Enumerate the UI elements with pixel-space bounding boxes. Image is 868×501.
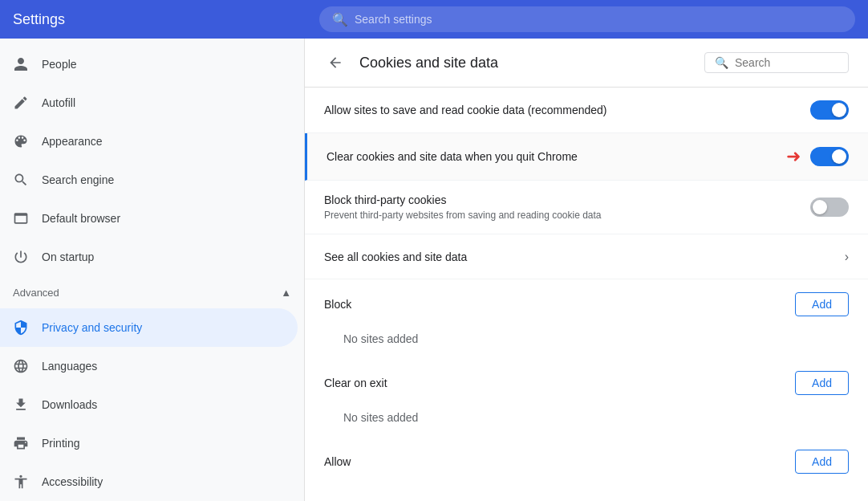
block-add-button[interactable]: Add <box>795 292 849 316</box>
allow-cookies-row: Allow sites to save and read cookie data… <box>305 88 868 133</box>
clear-cookies-wrapper: Clear cookies and site data when you qui… <box>305 133 868 181</box>
clear-on-exit-add-button[interactable]: Add <box>795 371 849 395</box>
block-third-party-toggle[interactable] <box>810 198 849 217</box>
content-header: Cookies and site data 🔍 <box>305 39 868 88</box>
sidebar-label-autofill: Autofill <box>42 96 75 109</box>
block-label: Block <box>324 298 351 311</box>
block-third-party-sublabel: Prevent third-party websites from saving… <box>324 210 602 221</box>
sidebar-label-downloads: Downloads <box>42 398 97 411</box>
content-area: Cookies and site data 🔍 Allow sites to s… <box>305 39 868 501</box>
back-button[interactable] <box>324 51 347 74</box>
content-header-left: Cookies and site data <box>324 51 498 74</box>
global-search-icon: 🔍 <box>332 12 348 27</box>
block-third-party-label: Block third-party cookies <box>324 193 602 206</box>
clear-cookies-row: Clear cookies and site data when you qui… <box>305 133 868 181</box>
person-icon <box>13 56 29 72</box>
sidebar-label-default-browser: Default browser <box>42 212 120 225</box>
sidebar-item-default-browser[interactable]: Default browser <box>0 199 298 238</box>
search-engine-icon <box>13 172 29 188</box>
sidebar-label-appearance: Appearance <box>42 135 103 148</box>
page-title: Cookies and site data <box>359 55 498 71</box>
block-section-header: Block Add <box>305 279 868 323</box>
clear-on-exit-no-sites: No sites added <box>305 401 868 437</box>
block-third-party-row: Block third-party cookies Prevent third-… <box>305 181 868 234</box>
see-all-cookies-label: See all cookies and site data <box>324 250 467 263</box>
allow-section-header: Allow Add <box>305 437 868 480</box>
sidebar-item-people[interactable]: People <box>0 45 298 84</box>
advanced-section-header[interactable]: Advanced ▲ <box>0 276 304 308</box>
accessibility-icon <box>13 474 29 490</box>
sidebar-label-accessibility: Accessibility <box>42 475 103 488</box>
clear-cookies-right: ➜ <box>786 146 849 167</box>
sidebar-item-languages[interactable]: Languages <box>0 347 298 385</box>
sidebar-label-people: People <box>42 58 77 71</box>
global-search-bar[interactable]: 🔍 <box>319 6 855 32</box>
sidebar-item-appearance[interactable]: Appearance <box>0 122 298 161</box>
sidebar-item-autofill[interactable]: Autofill <box>0 84 298 122</box>
content-search-input[interactable] <box>735 56 838 69</box>
clear-on-exit-section-header: Clear on exit Add <box>305 358 868 401</box>
sidebar-label-privacy: Privacy and security <box>42 321 142 334</box>
sidebar-item-on-startup[interactable]: On startup <box>0 238 298 276</box>
block-no-sites: No sites added <box>305 323 868 358</box>
shield-icon <box>13 320 29 336</box>
clear-cookies-label: Clear cookies and site data when you qui… <box>327 150 578 163</box>
global-search-input[interactable] <box>355 13 842 26</box>
sidebar-item-downloads[interactable]: Downloads <box>0 385 298 424</box>
sidebar: People Autofill Appearance Search engine… <box>0 39 305 501</box>
clear-on-exit-label: Clear on exit <box>324 377 387 389</box>
allow-cookies-toggle[interactable] <box>810 100 849 120</box>
allow-label: Allow <box>324 455 351 468</box>
sidebar-item-accessibility[interactable]: Accessibility <box>0 462 298 501</box>
block-third-party-text: Block third-party cookies Prevent third-… <box>324 193 602 221</box>
content-search-bar[interactable]: 🔍 <box>704 52 849 73</box>
globe-icon <box>13 358 29 374</box>
sidebar-label-on-startup: On startup <box>42 250 94 263</box>
red-arrow-icon: ➜ <box>786 146 801 167</box>
print-icon <box>13 435 29 451</box>
startup-icon <box>13 249 29 265</box>
allow-cookies-label: Allow sites to save and read cookie data… <box>324 104 607 116</box>
appearance-icon <box>13 133 29 149</box>
sidebar-item-search-engine[interactable]: Search engine <box>0 161 298 199</box>
app-title: Settings <box>13 11 310 28</box>
main-layout: People Autofill Appearance Search engine… <box>0 39 868 501</box>
see-all-cookies-row[interactable]: See all cookies and site data › <box>305 234 868 279</box>
clear-cookies-toggle[interactable] <box>810 147 849 166</box>
topbar: Settings 🔍 <box>0 0 868 39</box>
sidebar-item-privacy[interactable]: Privacy and security <box>0 308 298 347</box>
default-browser-icon <box>13 210 29 226</box>
sidebar-item-printing[interactable]: Printing <box>0 424 298 462</box>
allow-add-button[interactable]: Add <box>795 450 849 474</box>
sidebar-label-languages: Languages <box>42 360 97 373</box>
download-icon <box>13 397 29 413</box>
chevron-right-icon: › <box>845 250 849 264</box>
advanced-chevron-icon: ▲ <box>281 287 291 299</box>
autofill-icon <box>13 95 29 111</box>
advanced-label: Advanced <box>13 287 59 299</box>
sidebar-label-search-engine: Search engine <box>42 173 114 186</box>
sidebar-label-printing: Printing <box>42 437 79 450</box>
content-search-icon: 🔍 <box>715 56 728 69</box>
